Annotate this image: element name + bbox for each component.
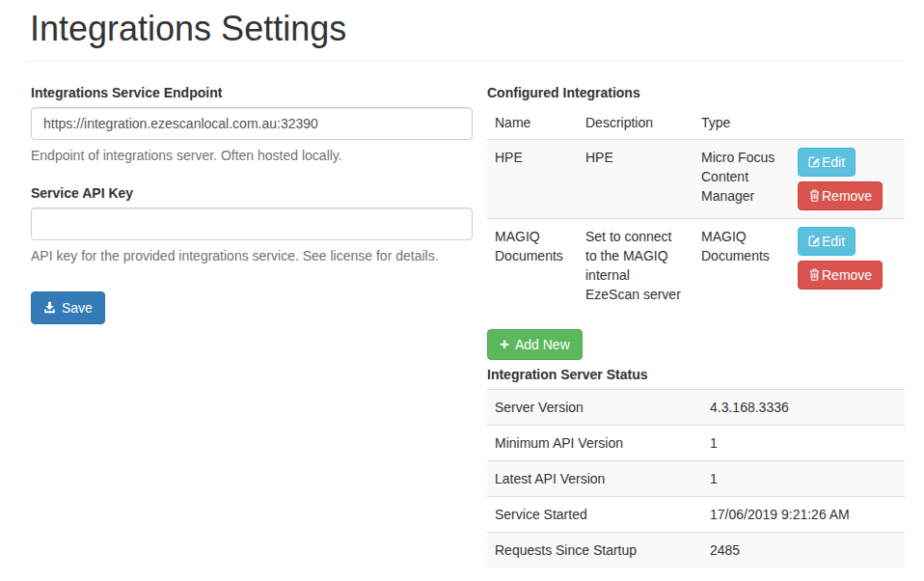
server-status-table: Server Version 4.3.168.3336 Minimum API … bbox=[487, 389, 905, 567]
integration-type: MAGIQ Documents bbox=[693, 218, 790, 312]
edit-button[interactable]: Edit bbox=[798, 227, 856, 256]
endpoint-input[interactable] bbox=[31, 107, 473, 140]
endpoint-label: Integrations Service Endpoint bbox=[31, 85, 473, 100]
status-value: 4.3.168.3336 bbox=[702, 389, 905, 425]
integrations-panel: Configured Integrations Name Description… bbox=[478, 85, 905, 567]
api-key-label: Service API Key bbox=[31, 185, 473, 201]
server-status-heading: Integration Server Status bbox=[487, 367, 905, 382]
edit-button[interactable]: Edit bbox=[798, 148, 856, 177]
remove-button[interactable]: Remove bbox=[798, 181, 883, 210]
save-button[interactable]: Save bbox=[31, 291, 105, 324]
api-key-help-text: API key for the provided integrations se… bbox=[31, 248, 473, 264]
api-key-input[interactable] bbox=[31, 208, 473, 240]
integration-name: MAGIQ Documents bbox=[487, 218, 578, 312]
column-header-actions bbox=[790, 106, 905, 140]
remove-button-label: Remove bbox=[822, 265, 872, 285]
status-row: Service Started 17/06/2019 9:21:26 AM bbox=[487, 496, 905, 532]
status-label: Server Version bbox=[487, 389, 702, 425]
integration-type: Micro Focus Content Manager bbox=[693, 139, 790, 218]
endpoint-field-group: Integrations Service Endpoint Endpoint o… bbox=[31, 85, 473, 164]
table-header-row: Name Description Type bbox=[487, 106, 905, 140]
configured-integrations-heading: Configured Integrations bbox=[487, 85, 905, 100]
integration-name: HPE bbox=[487, 139, 578, 218]
column-header-description: Description bbox=[578, 106, 693, 140]
status-row: Latest API Version 1 bbox=[487, 460, 905, 496]
add-new-button[interactable]: + Add New bbox=[487, 329, 583, 360]
save-button-label: Save bbox=[62, 298, 93, 318]
integration-description: Set to connect to the MAGIQ internal Eze… bbox=[578, 218, 693, 312]
status-value: 1 bbox=[702, 425, 905, 460]
add-new-button-label: Add New bbox=[515, 335, 570, 354]
edit-icon bbox=[808, 155, 821, 168]
trash-icon bbox=[808, 189, 821, 202]
status-row: Server Version 4.3.168.3336 bbox=[487, 389, 905, 425]
header-divider bbox=[25, 61, 905, 62]
status-label: Minimum API Version bbox=[487, 425, 702, 460]
column-header-type: Type bbox=[693, 106, 790, 140]
remove-button-label: Remove bbox=[822, 186, 872, 206]
status-label: Latest API Version bbox=[487, 460, 702, 496]
plus-icon: + bbox=[500, 336, 509, 353]
integration-row: MAGIQ Documents Set to connect to the MA… bbox=[487, 218, 905, 312]
api-key-field-group: Service API Key API key for the provided… bbox=[31, 185, 473, 264]
download-icon bbox=[43, 301, 56, 314]
remove-button[interactable]: Remove bbox=[798, 261, 883, 290]
edit-icon bbox=[808, 235, 821, 247]
configured-integrations-table: Name Description Type HPE HPE Micro Focu… bbox=[487, 106, 905, 312]
trash-icon bbox=[808, 268, 821, 281]
integrations-settings-page: Integrations Settings Integrations Servi… bbox=[0, 10, 924, 567]
integration-description: HPE bbox=[578, 139, 693, 218]
status-row: Minimum API Version 1 bbox=[487, 425, 905, 460]
integration-row: HPE HPE Micro Focus Content Manager bbox=[487, 139, 905, 218]
status-row: Requests Since Startup 2485 bbox=[487, 532, 905, 567]
column-header-name: Name bbox=[487, 106, 578, 140]
edit-button-label: Edit bbox=[822, 232, 845, 251]
settings-form: Integrations Service Endpoint Endpoint o… bbox=[25, 85, 478, 324]
edit-button-label: Edit bbox=[822, 152, 845, 172]
content-row: Integrations Service Endpoint Endpoint o… bbox=[25, 85, 905, 567]
page-title: Integrations Settings bbox=[30, 10, 905, 48]
status-value: 2485 bbox=[702, 532, 905, 567]
status-value: 1 bbox=[702, 460, 905, 496]
status-value: 17/06/2019 9:21:26 AM bbox=[702, 496, 905, 532]
status-label: Requests Since Startup bbox=[487, 532, 702, 567]
status-label: Service Started bbox=[487, 496, 702, 532]
endpoint-help-text: Endpoint of integrations server. Often h… bbox=[31, 148, 473, 164]
